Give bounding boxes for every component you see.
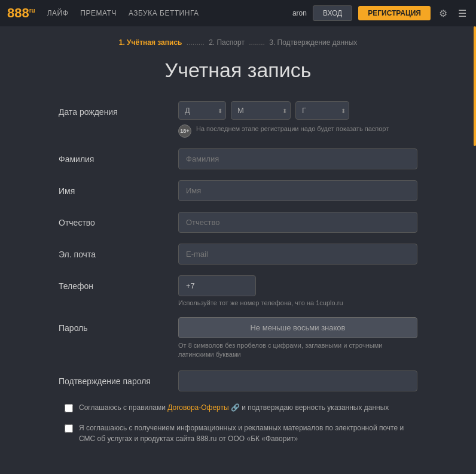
breadcrumb-step1: 1. Учётная запись <box>119 38 182 47</box>
confirm-password-label: Подтверждение пароля <box>59 370 178 386</box>
dob-day-wrapper: Д <box>178 101 226 120</box>
dob-month-wrapper: М <box>231 101 291 120</box>
middlename-input[interactable] <box>178 212 417 233</box>
phone-row: Телефон Используйте тот же номер телефон… <box>59 275 417 306</box>
header: 888ru ЛАЙФ ПРЕМАТЧ АЗБУКА БЕТТИНГА aron … <box>0 0 476 26</box>
middlename-field <box>178 212 417 233</box>
dob-label: Дата рождения <box>59 101 178 117</box>
terms-link[interactable]: Договора-Оферты <box>167 403 228 412</box>
checkbox2-label: Я соглашаюсь с получением информационных… <box>79 423 417 444</box>
menu-icon[interactable]: ☰ <box>456 5 469 22</box>
password-field: От 8 символов без пробелов с цифрами, за… <box>178 317 417 360</box>
breadcrumb: 1. Учётная запись ......... 2. Паспорт .… <box>24 38 452 47</box>
breadcrumb-dots1: ......... <box>187 38 205 47</box>
firstname-field <box>178 180 417 201</box>
firstname-input[interactable] <box>178 180 417 201</box>
dob-field: Д М Г 18+ На п <box>178 101 417 138</box>
middlename-row: Отчество <box>59 212 417 233</box>
age-notice-text: На последнем этапе регистрации надо буде… <box>196 124 389 133</box>
password-row: Пароль От 8 символов без пробелов с цифр… <box>59 317 417 360</box>
confirm-password-input[interactable] <box>178 370 417 391</box>
login-button[interactable]: ВХОД <box>313 5 352 21</box>
email-label: Эл. почта <box>59 244 178 259</box>
header-username: aron <box>292 9 307 17</box>
breadcrumb-step3: 3. Подтверждение данных <box>269 38 357 47</box>
registration-form: Дата рождения Д М Г <box>59 101 417 444</box>
password-notice: От 8 символов без пробелов с цифрами, за… <box>178 341 417 360</box>
phone-input[interactable] <box>178 275 256 296</box>
nav-betting-abc[interactable]: АЗБУКА БЕТТИНГА <box>129 9 199 17</box>
dob-day-select[interactable]: Д <box>178 101 226 120</box>
password-label: Пароль <box>59 317 178 333</box>
checkbox1-row: Соглашаюсь с правилами Договора-Оферты 🔗… <box>59 402 417 413</box>
email-field <box>178 244 417 265</box>
logo-text: 888ru <box>7 7 35 20</box>
phone-label: Телефон <box>59 275 178 291</box>
firstname-label: Имя <box>59 180 178 196</box>
nav-live[interactable]: ЛАЙФ <box>47 9 69 17</box>
dob-selects: Д М Г <box>178 101 417 120</box>
checkbox1-label: Соглашаюсь с правилами Договора-Оферты 🔗… <box>79 402 389 413</box>
checkbox2-row: Я соглашаюсь с получением информационных… <box>59 423 417 444</box>
main-content: 1. Учётная запись ......... 2. Паспорт .… <box>0 26 476 474</box>
dob-year-wrapper: Г <box>295 101 349 120</box>
lastname-field <box>178 148 417 169</box>
checkbox2-input[interactable] <box>65 424 73 433</box>
lastname-row: Фамилия <box>59 148 417 169</box>
header-left: 888ru ЛАЙФ ПРЕМАТЧ АЗБУКА БЕТТИНГА <box>7 7 199 20</box>
dob-year-select[interactable]: Г <box>295 101 349 120</box>
settings-icon[interactable]: ⚙ <box>437 5 450 22</box>
age-badge: 18+ <box>178 124 191 138</box>
page-title: Учетная запись <box>24 59 452 82</box>
password-input[interactable] <box>178 317 417 338</box>
phone-notice: Используйте тот же номер телефона, что н… <box>178 299 417 306</box>
register-button[interactable]: РЕГИСТРАЦИЯ <box>358 6 431 20</box>
scroll-indicator <box>474 26 476 146</box>
breadcrumb-step2: 2. Паспорт <box>209 38 245 47</box>
lastname-label: Фамилия <box>59 148 178 164</box>
email-row: Эл. почта <box>59 244 417 265</box>
middlename-label: Отчество <box>59 212 178 227</box>
confirm-password-row: Подтверждение пароля <box>59 370 417 391</box>
lastname-input[interactable] <box>178 148 417 169</box>
email-input[interactable] <box>178 244 417 265</box>
nav-prematch[interactable]: ПРЕМАТЧ <box>80 9 117 17</box>
logo: 888ru <box>7 7 35 20</box>
age-notice: 18+ На последнем этапе регистрации надо … <box>178 124 417 138</box>
dob-row: Дата рождения Д М Г <box>59 101 417 138</box>
header-right: aron ВХОД РЕГИСТРАЦИЯ ⚙ ☰ <box>292 5 469 22</box>
dob-month-select[interactable]: М <box>231 101 291 120</box>
phone-field: Используйте тот же номер телефона, что н… <box>178 275 417 306</box>
firstname-row: Имя <box>59 180 417 201</box>
checkbox1-input[interactable] <box>65 404 73 412</box>
confirm-password-field <box>178 370 417 391</box>
breadcrumb-dots2: ........ <box>249 38 265 47</box>
